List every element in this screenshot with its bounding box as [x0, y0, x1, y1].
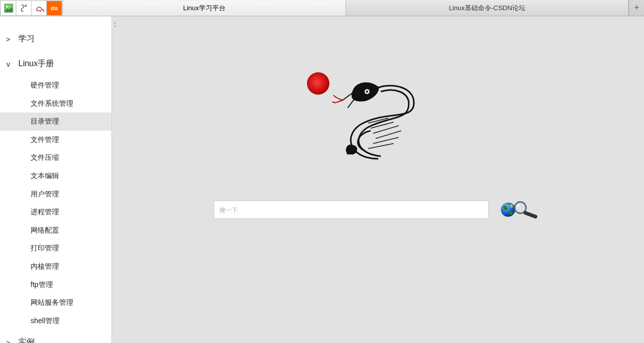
sidebar-item-user[interactable]: 用户管理 — [0, 185, 111, 204]
app-icon-3[interactable] — [32, 1, 47, 15]
sidebar-section-study: > 学习 — [0, 26, 111, 51]
search-input[interactable] — [214, 201, 489, 219]
section-label: Linux手册 — [18, 59, 54, 69]
svg-rect-8 — [523, 211, 538, 219]
sidebar-item-process[interactable]: 进程管理 — [0, 203, 111, 221]
section-header-study[interactable]: > 学习 — [0, 26, 111, 51]
caret-collapsed-icon: > — [6, 35, 15, 43]
main-content: : — [112, 16, 644, 343]
sidebar-item-label: 内核管理 — [31, 262, 59, 270]
app-icon-1[interactable] — [1, 1, 16, 15]
sidebar-item-filesystem[interactable]: 文件系统管理 — [0, 95, 111, 113]
tab-csdn-forum[interactable]: Linux基础命令-CSDN论坛 — [346, 0, 629, 16]
tab-label: Linux基础命令-CSDN论坛 — [449, 4, 525, 13]
red-dot-icon — [307, 72, 329, 95]
sidebar-item-file-compress[interactable]: 文件压缩 — [0, 149, 111, 167]
caret-collapsed-icon: > — [6, 338, 15, 343]
app-icon-2[interactable] — [16, 1, 32, 15]
svg-point-1 — [6, 6, 8, 8]
sidebar-item-kernel[interactable]: 内核管理 — [0, 258, 111, 276]
sidebar-item-label: 文件压缩 — [31, 153, 59, 161]
sidebar-item-label: 用户管理 — [31, 190, 59, 198]
section-label: 实例 — [18, 337, 35, 343]
sidebar-section-examples: > 实例 — [0, 330, 111, 343]
tab-linux-learning[interactable]: Linux学习平台 — [63, 0, 346, 16]
sidebar-item-text-edit[interactable]: 文本编辑 — [0, 167, 111, 185]
sidebar-item-label: shell管理 — [31, 317, 60, 325]
browser-tab-bar: do Linux学习平台 Linux基础命令-CSDN论坛 + — [0, 0, 644, 16]
snake-logo-icon — [317, 72, 439, 169]
search-globe-icon[interactable] — [499, 199, 543, 220]
tabbar-app-icons: do — [0, 0, 63, 16]
svg-point-3 — [366, 91, 368, 93]
section-label: 学习 — [18, 34, 35, 44]
sidebar-item-label: 网络配置 — [31, 226, 59, 234]
sidebar-item-label: 文件系统管理 — [31, 99, 73, 107]
content-marker: : — [114, 20, 116, 28]
section-items-linux-manual: 硬件管理 文件系统管理 目录管理 文件管理 文件压缩 文本编辑 用户管理 进程管… — [0, 76, 111, 330]
sidebar-item-label: 硬件管理 — [31, 81, 59, 89]
logo-area — [302, 67, 455, 174]
sidebar-item-directory[interactable]: 目录管理 — [0, 112, 111, 131]
tab-label: Linux学习平台 — [183, 4, 226, 13]
sidebar-item-label: 目录管理 — [31, 117, 59, 125]
search-row — [214, 199, 543, 220]
sidebar-section-linux-manual: v Linux手册 硬件管理 文件系统管理 目录管理 文件管理 文件压缩 文本编… — [0, 51, 111, 330]
section-header-linux-manual[interactable]: v Linux手册 — [0, 51, 111, 76]
sidebar-item-ftp[interactable]: ftp管理 — [0, 276, 111, 294]
sidebar[interactable]: > 学习 v Linux手册 硬件管理 文件系统管理 目录管理 文件管理 文件压… — [0, 16, 112, 343]
section-header-examples[interactable]: > 实例 — [0, 330, 111, 343]
sidebar-item-print[interactable]: 打印管理 — [0, 239, 111, 258]
svg-point-4 — [501, 203, 515, 217]
sidebar-item-shell[interactable]: shell管理 — [0, 312, 111, 330]
sidebar-item-file[interactable]: 文件管理 — [0, 131, 111, 149]
app-icon-do[interactable]: do — [47, 1, 62, 15]
sidebar-item-network[interactable]: 网络配置 — [0, 221, 111, 240]
app-body: > 学习 v Linux手册 硬件管理 文件系统管理 目录管理 文件管理 文件压… — [0, 16, 644, 343]
sidebar-item-label: 文本编辑 — [31, 172, 59, 180]
sidebar-item-label: 文件管理 — [31, 135, 59, 144]
sidebar-item-website[interactable]: 网站服务管理 — [0, 294, 111, 312]
sidebar-item-label: 打印管理 — [31, 244, 59, 252]
sidebar-item-hardware[interactable]: 硬件管理 — [0, 76, 111, 95]
tab-add-button[interactable]: + — [629, 0, 644, 16]
caret-expanded-icon: v — [6, 60, 15, 68]
sidebar-item-label: 网站服务管理 — [31, 298, 73, 306]
sidebar-item-label: ftp管理 — [31, 280, 53, 289]
sidebar-item-label: 进程管理 — [31, 208, 59, 216]
